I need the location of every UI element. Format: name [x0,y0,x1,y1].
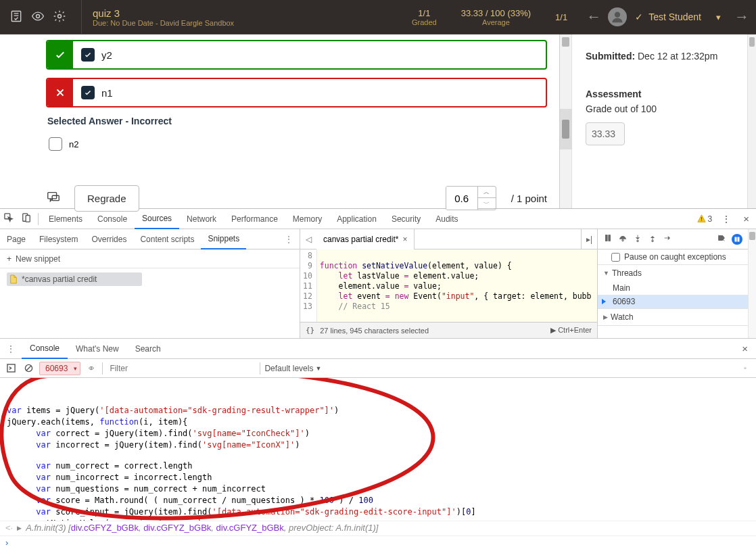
console-sidebar-icon[interactable] [4,364,18,373]
log-levels-dropdown[interactable]: Default levels ▼ [264,364,321,373]
svg-point-3 [615,12,620,18]
svg-point-21 [745,368,745,368]
run-shortcut[interactable]: ▶ Ctrl+Enter [550,326,592,335]
devtools-close-icon[interactable]: × [736,213,756,224]
thread-worker[interactable]: 60693 [598,295,748,308]
submitted-line: Submitted: Dec 12 at 12:32pm [586,51,734,62]
live-expression-icon[interactable] [85,364,98,373]
pause-on-exceptions-icon[interactable] [732,234,742,245]
next-student-arrow[interactable]: → [728,8,756,26]
tab-memory[interactable]: Memory [285,209,329,229]
step-into-icon[interactable] [633,233,642,245]
answer-incorrect-row: n1 [46,78,547,108]
annotation-scribble [446,208,476,210]
score-step-up[interactable]: ︿ [478,187,496,198]
threads-section[interactable]: ▼Threads [598,265,748,281]
deactivate-breakpoints-icon[interactable] [717,233,726,245]
debugger-toolbar [598,229,748,249]
tab-console[interactable]: Console [90,209,135,229]
svg-point-15 [652,240,654,242]
svg-rect-12 [609,235,611,241]
watch-section[interactable]: ▶Watch [598,309,748,325]
format-icon[interactable]: {} [306,326,314,335]
correct-mark-icon [47,41,73,68]
svg-point-20 [91,368,92,369]
subtab-page[interactable]: Page [0,229,32,249]
context-selector[interactable]: 60693 [39,362,80,375]
answer-label: n1 [101,87,113,99]
devtools-mainbar: Elements Console Sources Network Perform… [0,209,756,229]
sources-more-icon[interactable]: ⋮ [278,235,300,244]
svg-point-1 [37,14,40,18]
console-return: <·▶ A.fn.init(3) [div.cGFYZ_bGBk, div.cG… [0,521,756,535]
code-editor[interactable]: 8910111213 function setNativeValue(eleme… [300,249,597,322]
step-out-icon[interactable] [648,233,657,245]
settings-gear-icon[interactable] [53,9,66,25]
grade-label: Grade out of 100 [586,103,734,114]
thread-main[interactable]: Main [598,281,748,295]
step-over-icon[interactable] [618,233,628,245]
scrollbar[interactable] [559,34,571,208]
tab-elements[interactable]: Elements [41,209,90,229]
subtab-contentscripts[interactable]: Content scripts [133,229,201,249]
console-prompt[interactable]: › [0,535,756,549]
console-filter-input[interactable] [107,362,256,375]
checkbox-checked[interactable] [81,86,95,99]
visibility-icon[interactable] [31,9,45,25]
devtools: Elements Console Sources Network Perform… [0,208,756,549]
gradebook-icon[interactable] [9,9,23,25]
close-tab-icon[interactable]: × [402,235,407,244]
subtab-overrides[interactable]: Overrides [85,229,133,249]
device-toggle-icon[interactable] [18,213,35,224]
scrollbar[interactable] [748,229,756,338]
tab-application[interactable]: Application [329,209,384,229]
svg-rect-8 [26,216,30,222]
student-picker[interactable]: ✓ Test Student [627,11,709,22]
console-output[interactable]: var items = jQuery('[data-automation="sd… [0,378,756,521]
clear-console-icon[interactable] [22,364,35,373]
devtools-menu-icon[interactable]: ⋮ [716,214,736,224]
regrade-button[interactable]: Regrade [74,185,139,212]
checkbox-empty[interactable] [49,137,62,151]
subtab-filesystem[interactable]: Filesystem [32,229,85,249]
editor-list-icon[interactable]: ▸| [581,229,597,249]
svg-point-2 [58,14,62,18]
step-icon[interactable] [663,233,672,245]
drawer-tab-console[interactable]: Console [22,339,68,359]
scrollbar[interactable] [747,34,756,208]
student-dropdown-caret[interactable]: ▾ [709,12,728,22]
editor-nav-icon[interactable]: ◁ [300,235,316,244]
tab-audits[interactable]: Audits [428,209,465,229]
score-input[interactable] [446,187,477,210]
tab-sources[interactable]: Sources [135,209,179,229]
drawer-tab-search[interactable]: Search [127,339,169,359]
pause-icon[interactable] [603,233,613,245]
grade-input[interactable] [586,122,625,145]
main-content: y2 n1 Selected Answer - Incorrect n2 Reg… [0,34,756,208]
assessment-heading: Assessment [586,89,734,99]
checkbox-checked[interactable] [81,48,95,62]
subtab-snippets[interactable]: Snippets [201,229,246,249]
console-settings-icon[interactable] [738,364,752,373]
score-step-down[interactable]: ﹀ [478,198,496,210]
tab-network[interactable]: Network [179,209,224,229]
prev-student-arrow[interactable]: ← [580,8,608,26]
warnings-badge[interactable]: 3 [697,214,717,224]
student-avatar[interactable] [608,7,627,26]
svg-rect-11 [606,235,608,241]
comment-icon[interactable] [46,190,61,207]
pause-exceptions-checkbox[interactable]: Pause on caught exceptions [611,252,742,262]
drawer-menu-icon[interactable]: ⋮ [0,344,22,354]
drawer-tab-whatsnew[interactable]: What's New [68,339,127,359]
inspect-icon[interactable] [0,213,18,224]
editor-tab[interactable]: canvas partial credit*× [316,229,415,249]
drawer-close-icon[interactable]: × [734,343,756,354]
new-snippet-button[interactable]: +New snippet [0,249,300,268]
svg-rect-10 [701,220,701,221]
points-label: / 1 point [511,193,547,204]
file-icon [9,274,18,284]
snippet-file[interactable]: *canvas partial credit [7,272,142,286]
tab-security[interactable]: Security [384,209,428,229]
tab-performance[interactable]: Performance [224,209,285,229]
svg-point-13 [622,239,624,241]
